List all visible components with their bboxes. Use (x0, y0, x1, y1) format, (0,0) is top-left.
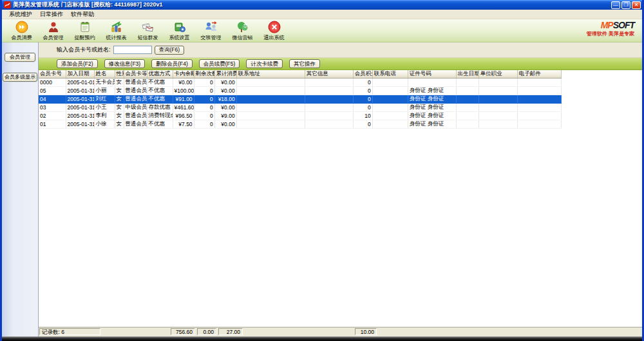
table-cell[interactable] (236, 78, 305, 87)
table-cell[interactable] (517, 95, 561, 104)
table-cell[interactable]: ¥461.60 (173, 104, 194, 112)
table-cell[interactable]: 普通会员 (124, 112, 147, 120)
table-cell[interactable] (372, 78, 408, 87)
table-cell[interactable]: 0 (194, 120, 214, 129)
toolbar-member-manage[interactable]: 会员管理 (37, 21, 69, 41)
table-cell[interactable]: 0000 (39, 78, 66, 87)
table-cell[interactable]: 2005-01-31 (66, 112, 94, 120)
column-header[interactable]: 加入日期 (66, 70, 94, 78)
table-row[interactable]: 012005-01-31小徐女普通会员不优惠¥7.500¥0.000身份证 身份… (39, 120, 562, 129)
table-cell[interactable]: 03 (39, 104, 66, 112)
table-cell[interactable]: 女 (115, 112, 124, 120)
column-header[interactable]: 累计消费 (214, 70, 236, 78)
column-header[interactable]: 性别 (115, 70, 124, 78)
table-cell[interactable] (305, 87, 353, 95)
delete-member-button[interactable]: 删除会员(F4) (151, 59, 193, 68)
table-row[interactable]: 052005-01-31小丽女普通会员不优惠¥100.000¥0.000身份证 … (39, 87, 562, 95)
table-cell[interactable]: 2005-01-31 (66, 95, 94, 104)
other-operations-button[interactable]: 其它操作 (289, 59, 320, 68)
table-cell[interactable]: 身份证 身份证 (408, 95, 456, 104)
table-cell[interactable]: 10 (353, 112, 372, 120)
toolbar-member-consume[interactable]: 会员消费 (6, 21, 37, 41)
table-header-row[interactable]: 会员卡号加入日期姓名性别会员卡等级优惠方式卡内余额剩余次数累计消费联系地址其它信… (39, 70, 562, 78)
table-cell[interactable] (456, 78, 478, 87)
table-cell[interactable] (478, 78, 517, 87)
table-cell[interactable]: 无卡会员 (94, 78, 115, 87)
table-cell[interactable]: 2005-01-01 (66, 78, 94, 87)
table-cell[interactable]: 不优惠 (147, 95, 173, 104)
table-row[interactable]: 032005-01-31小王女中级会员存款优惠¥461.600¥0.000身份证… (39, 104, 562, 112)
table-cell[interactable] (478, 120, 517, 129)
table-cell[interactable] (372, 112, 408, 120)
search-button[interactable]: 查询(F6) (155, 46, 185, 55)
table-cell[interactable]: ¥18.00 (214, 95, 236, 104)
table-cell[interactable]: 0 (353, 78, 372, 87)
table-cell[interactable] (372, 95, 408, 104)
table-cell[interactable]: 0 (353, 87, 372, 95)
table-cell[interactable] (478, 87, 517, 95)
table-cell[interactable]: ¥100.00 (173, 87, 194, 95)
add-member-button[interactable]: 添加会员(F2) (57, 59, 98, 68)
table-cell[interactable]: 女 (115, 87, 124, 95)
table-cell[interactable]: 身份证 身份证 (408, 104, 456, 112)
table-cell[interactable] (456, 112, 478, 120)
menu-system-maintenance[interactable]: 系统维护 (5, 10, 36, 19)
table-cell[interactable] (456, 120, 478, 129)
column-header[interactable]: 优惠方式 (147, 70, 173, 78)
table-cell[interactable] (517, 78, 561, 87)
table-cell[interactable]: 女 (115, 78, 124, 87)
table-cell[interactable]: 普通会员 (124, 120, 147, 129)
table-cell[interactable]: ¥0.00 (214, 104, 236, 112)
table-cell[interactable] (478, 95, 517, 104)
table-cell[interactable] (372, 104, 408, 112)
table-row[interactable]: 022005-01-31李利女普通会员消费转现金¥96.500¥9.0010身份… (39, 112, 562, 120)
table-cell[interactable] (456, 104, 478, 112)
table-cell[interactable] (478, 112, 517, 120)
toolbar-shift-management[interactable]: 交班管理 (195, 21, 227, 41)
column-header[interactable]: 电子邮件 (517, 70, 561, 78)
sidebar-member-manage-button[interactable]: 会员管理 (5, 53, 35, 62)
table-cell[interactable]: 0 (194, 95, 214, 104)
table-cell[interactable] (305, 78, 353, 87)
table-cell[interactable]: 01 (39, 120, 66, 129)
column-header[interactable]: 证件号码 (408, 70, 456, 78)
table-cell[interactable] (517, 87, 561, 95)
column-header[interactable]: 剩余次数 (194, 70, 214, 78)
table-cell[interactable]: ¥0.00 (214, 87, 236, 95)
punch-card-renew-button[interactable]: 计次卡续费 (246, 59, 283, 68)
table-cell[interactable]: 不优惠 (147, 78, 173, 87)
table-cell[interactable]: 存款优惠 (147, 104, 173, 112)
table-cell[interactable]: 身份证 身份证 (408, 112, 456, 120)
column-header[interactable]: 卡内余额 (173, 70, 194, 78)
table-cell[interactable]: 0 (194, 104, 214, 112)
table-cell[interactable]: 0 (194, 78, 214, 87)
table-cell[interactable] (305, 112, 353, 120)
table-cell[interactable]: 小徐 (94, 120, 115, 129)
table-cell[interactable]: 0 (353, 95, 372, 104)
toolbar-sms-broadcast[interactable]: 短信群发 (132, 21, 164, 41)
table-cell[interactable] (372, 87, 408, 95)
table-cell[interactable]: 0 (353, 120, 372, 129)
column-header[interactable]: 会员积分 (353, 70, 372, 78)
table-cell[interactable]: ¥9.00 (214, 112, 236, 120)
maximize-button[interactable]: ❐ (621, 1, 630, 9)
table-cell[interactable]: 女 (115, 95, 124, 104)
table-cell[interactable]: 消费转现金 (147, 112, 173, 120)
table-cell[interactable]: 小丽 (94, 87, 115, 95)
toolbar-wechat-marketing[interactable]: 微信营销 (227, 21, 258, 41)
table-cell[interactable] (236, 112, 305, 120)
menu-software-help[interactable]: 软件帮助 (67, 10, 98, 19)
table-cell[interactable]: 身份证 身份证 (408, 120, 456, 129)
table-cell[interactable]: 2005-01-31 (66, 120, 94, 129)
menu-daily-operations[interactable]: 日常操作 (36, 10, 67, 19)
table-cell[interactable]: 不优惠 (147, 120, 173, 129)
table-cell[interactable] (372, 120, 408, 129)
table-cell[interactable]: ¥0.00 (214, 120, 236, 129)
table-cell[interactable] (305, 120, 353, 129)
table-cell[interactable] (517, 120, 561, 129)
column-header[interactable]: 单位职业 (478, 70, 517, 78)
edit-info-button[interactable]: 修改信息(F3) (104, 59, 146, 68)
table-cell[interactable] (305, 104, 353, 112)
table-cell[interactable]: 中级会员 (124, 104, 147, 112)
close-button[interactable]: ✕ (632, 1, 641, 9)
